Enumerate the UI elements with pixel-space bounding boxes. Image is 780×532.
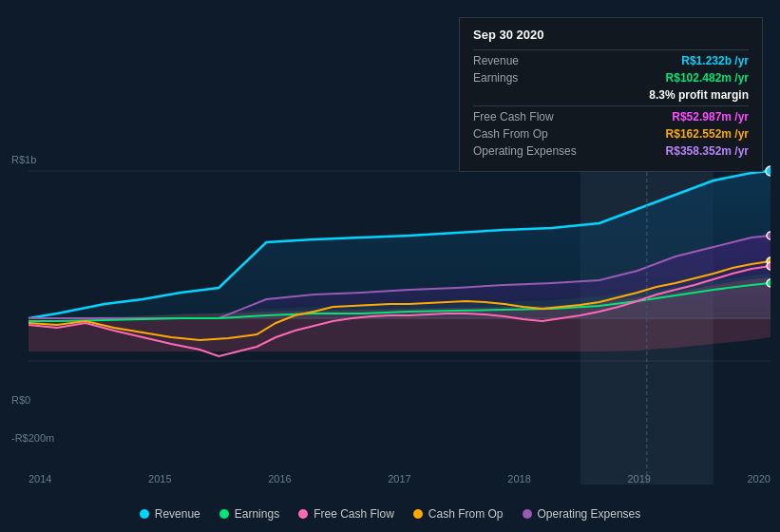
x-label-2015: 2015 <box>148 473 171 484</box>
legend-earnings-dot <box>219 509 229 519</box>
tooltip-cashop: Cash From Op R$162.552m /yr <box>473 127 749 141</box>
tooltip-margin-value: 8.3% profit margin <box>649 88 749 102</box>
legend-earnings[interactable]: Earnings <box>219 507 279 521</box>
tooltip-earnings-label: Earnings <box>473 71 518 85</box>
legend-earnings-label: Earnings <box>235 507 279 521</box>
tooltip-fcf-label: Free Cash Flow <box>473 110 554 124</box>
x-axis: 2014 2015 2016 2017 2018 2019 2020 <box>29 473 770 484</box>
x-label-2017: 2017 <box>388 473 410 484</box>
legend-fcf[interactable]: Free Cash Flow <box>298 507 394 521</box>
tooltip-opex-value: R$358.352m /yr <box>666 144 749 158</box>
svg-point-8 <box>767 279 770 287</box>
tooltip-earnings: Earnings R$102.482m /yr <box>473 71 749 85</box>
chart-legend: Revenue Earnings Free Cash Flow Cash Fro… <box>0 507 780 521</box>
tooltip-opex: Operating Expenses R$358.352m /yr <box>473 144 749 158</box>
chart-area <box>29 152 770 484</box>
tooltip-cashop-value: R$162.552m /yr <box>666 127 749 141</box>
x-label-2016: 2016 <box>268 473 291 484</box>
tooltip-earnings-value: R$102.482m /yr <box>666 71 749 85</box>
tooltip-title: Sep 30 2020 <box>473 28 749 42</box>
legend-opex[interactable]: Operating Expenses <box>523 507 641 521</box>
x-label-2018: 2018 <box>507 473 530 484</box>
tooltip-opex-label: Operating Expenses <box>473 144 577 158</box>
legend-opex-label: Operating Expenses <box>538 507 641 521</box>
tooltip-fcf-value: R$52.987m /yr <box>672 110 749 124</box>
svg-point-5 <box>767 232 770 239</box>
legend-revenue[interactable]: Revenue <box>140 507 200 521</box>
tooltip-revenue: Revenue R$1.232b /yr <box>473 54 749 67</box>
svg-point-7 <box>767 262 770 270</box>
x-label-2014: 2014 <box>29 473 51 484</box>
legend-cashop-label: Cash From Op <box>428 507 504 521</box>
legend-revenue-dot <box>140 509 149 519</box>
legend-opex-dot <box>523 509 532 519</box>
legend-cashop[interactable]: Cash From Op <box>413 507 504 521</box>
x-label-2019: 2019 <box>627 473 650 484</box>
chart-svg <box>29 152 770 484</box>
tooltip-cashop-label: Cash From Op <box>473 127 548 141</box>
legend-revenue-label: Revenue <box>155 507 200 521</box>
legend-cashop-dot <box>413 509 423 519</box>
tooltip-revenue-value: R$1.232b /yr <box>681 54 749 67</box>
legend-fcf-label: Free Cash Flow <box>314 507 394 521</box>
tooltip-revenue-label: Revenue <box>473 54 519 67</box>
tooltip-margin: 8.3% profit margin <box>473 88 749 102</box>
svg-point-4 <box>766 166 770 176</box>
x-label-2020: 2020 <box>747 473 770 484</box>
legend-fcf-dot <box>298 509 308 519</box>
tooltip-box: Sep 30 2020 Revenue R$1.232b /yr Earning… <box>459 17 763 172</box>
tooltip-fcf: Free Cash Flow R$52.987m /yr <box>473 110 749 124</box>
